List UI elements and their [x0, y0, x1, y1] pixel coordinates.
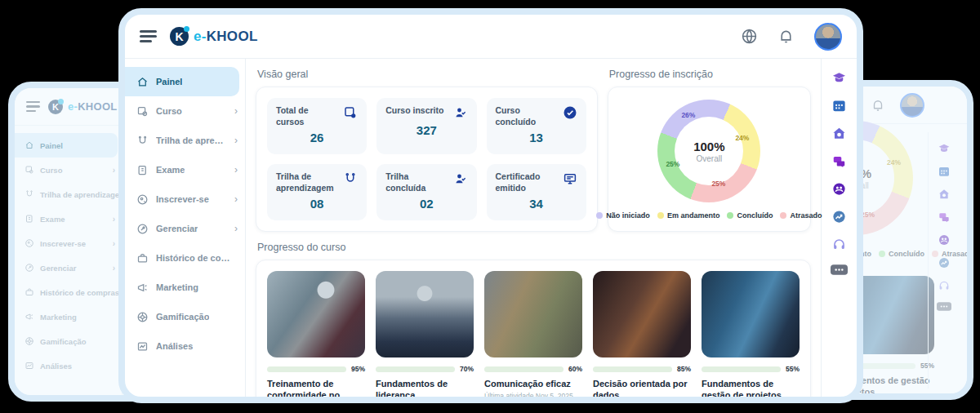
chevron-right-icon: ›: [234, 193, 238, 205]
stat-value: 327: [385, 123, 467, 137]
donut-legend: Não iniciado Em andamento Concluído Atra…: [615, 211, 804, 220]
course-photo: [267, 271, 365, 357]
course-card-4[interactable]: 85% Decisão orientada por dados Última a…: [593, 271, 691, 403]
stat-tile-curso-concluido: Curso concluído 13: [487, 98, 586, 154]
donut-segment-label: 25%: [711, 180, 725, 188]
learning-path-icon: [136, 135, 149, 147]
people-circle-icon[interactable]: [938, 233, 951, 246]
course-card-5[interactable]: 55% Fundamentos de gestão de projetos Úl…: [702, 271, 800, 403]
progress-track: [376, 366, 455, 372]
stat-tile-certificado: Certificado emitido 34: [487, 164, 586, 220]
sidebar-item-historico[interactable]: Histórico de compras: [125, 243, 245, 273]
sidebar-item-analises[interactable]: Análises: [15, 353, 122, 378]
logo-prefix: e-: [194, 29, 207, 44]
more-ellipsis-icon[interactable]: [937, 302, 951, 311]
home-cloud-icon[interactable]: [938, 188, 951, 201]
graduation-cap-icon[interactable]: [938, 142, 951, 155]
sidebar-item-gerenciar[interactable]: Gerenciar›: [15, 255, 122, 280]
sidebar-item-gamificacao[interactable]: Gamificação: [125, 302, 245, 331]
sidebar-item-painel[interactable]: Painel: [15, 133, 118, 158]
sidebar-item-marketing[interactable]: Marketing: [15, 304, 122, 329]
chevron-right-icon: ›: [113, 239, 115, 248]
course-card-1[interactable]: 95% Treinamento de conformidade no traba…: [267, 271, 365, 403]
donut-segment-label: 26%: [681, 111, 695, 119]
trend-circle-icon[interactable]: [938, 256, 951, 269]
course-title: Treinamento de conformidade no trabalho: [267, 378, 365, 403]
sidebar-item-trilha[interactable]: Trilha de aprendizagem›: [125, 126, 245, 155]
main-content: Visão geral Total de cursos 26 Curso ins…: [246, 59, 821, 397]
donut-chart: 100% Overall 26% 24% 25% 25%: [657, 100, 760, 202]
sidebar-item-gamificacao[interactable]: Gamificação: [15, 329, 122, 353]
manage-wrench-icon: [24, 263, 34, 273]
logo-mark-icon: K: [170, 27, 189, 46]
wheel-icon: [24, 336, 34, 346]
course-box-icon: [136, 105, 149, 118]
course-card-2[interactable]: 70% Fundamentos de liderança Última ativ…: [376, 271, 474, 403]
user-avatar[interactable]: [814, 23, 842, 51]
stat-tile-trilha-aprendizagem: Trilha de aprendizagem 08: [267, 164, 367, 220]
chevron-right-icon: ›: [234, 135, 238, 146]
sidebar-item-painel[interactable]: Painel: [125, 67, 239, 96]
trend-circle-icon[interactable]: [831, 209, 847, 224]
logo[interactable]: K e-KHOOL: [170, 27, 258, 46]
sidebar-item-curso[interactable]: Curso›: [125, 96, 245, 126]
more-ellipsis-icon[interactable]: [831, 264, 848, 275]
wheel-icon: [136, 311, 149, 323]
sidebar-item-exame[interactable]: Exame›: [125, 155, 245, 184]
headset-icon[interactable]: [831, 237, 847, 252]
chat-bubbles-icon[interactable]: [831, 153, 847, 169]
overview-stats-panel: Total de cursos 26 Curso inscrito 327: [256, 87, 598, 232]
learning-path-icon: [343, 171, 358, 186]
donut-center-label: Overall: [697, 154, 723, 163]
enrollment-title: Progresso de inscrição: [609, 69, 809, 80]
overview-title: Visão geral: [257, 69, 596, 80]
logo: K e-KHOOL: [48, 100, 118, 114]
notification-bell-icon[interactable]: [777, 28, 795, 45]
exam-icon: [136, 164, 149, 176]
legend-item: Em andamento: [657, 211, 720, 220]
calendar-icon[interactable]: [938, 165, 951, 178]
briefcase-icon: [136, 252, 149, 264]
legend-dot: [727, 212, 733, 219]
menu-hamburger-icon[interactable]: [140, 30, 157, 42]
progress-percent: 85%: [677, 365, 691, 373]
briefcase-icon: [24, 287, 34, 297]
logo-suffix: KHOOL: [207, 29, 258, 44]
headset-icon[interactable]: [938, 279, 951, 292]
progress-track: [593, 366, 672, 372]
manage-wrench-icon: [136, 223, 149, 235]
logo-suffix: KHOOL: [78, 100, 117, 113]
legend-dot: [657, 212, 664, 219]
legend-dot: [780, 212, 786, 219]
stat-tile-trilha-concluida: Trilha concluída 02: [376, 164, 476, 220]
sidebar-item-curso[interactable]: Curso›: [15, 158, 122, 182]
progress-track: [267, 366, 346, 372]
chevron-right-icon: ›: [234, 105, 238, 117]
home-cloud-icon[interactable]: [831, 126, 847, 141]
notification-bell-icon[interactable]: [871, 98, 885, 113]
sidebar-item-marketing[interactable]: Marketing: [125, 273, 245, 302]
stat-value: 02: [385, 197, 467, 211]
legend-item: Atrasado: [780, 211, 822, 220]
progress-track: [702, 366, 781, 372]
sidebar-item-exame[interactable]: Exame›: [15, 206, 122, 231]
course-card-3[interactable]: 60% Comunicação eficaz Última atividade …: [484, 271, 582, 403]
stage: K e-KHOOL Painel Curso› Trilha de aprend…: [0, 0, 980, 413]
globe-icon[interactable]: [741, 28, 758, 45]
calendar-icon[interactable]: [831, 98, 847, 113]
stat-value: 13: [496, 131, 577, 144]
sidebar-item-gerenciar[interactable]: Gerenciar›: [125, 214, 245, 243]
bg-left-sidebar: Painel Curso› Trilha de aprendizagem› Ex…: [15, 127, 122, 395]
sidebar-item-inscrever[interactable]: Inscrever-se›: [15, 231, 122, 255]
people-circle-icon[interactable]: [831, 181, 847, 197]
sidebar-item-trilha[interactable]: Trilha de aprendizagem›: [15, 182, 122, 206]
course-box-icon: [343, 105, 358, 120]
sidebar-item-inscrever[interactable]: Inscrever-se›: [125, 184, 245, 214]
graduation-cap-icon[interactable]: [831, 70, 847, 86]
user-avatar[interactable]: [900, 93, 924, 118]
sidebar-item-historico[interactable]: Histórico de compras: [15, 280, 122, 304]
menu-hamburger-icon[interactable]: [26, 101, 40, 113]
sidebar-item-analises[interactable]: Análises: [125, 331, 245, 361]
chat-bubbles-icon[interactable]: [938, 211, 951, 224]
progress-percent: 55%: [786, 365, 800, 373]
